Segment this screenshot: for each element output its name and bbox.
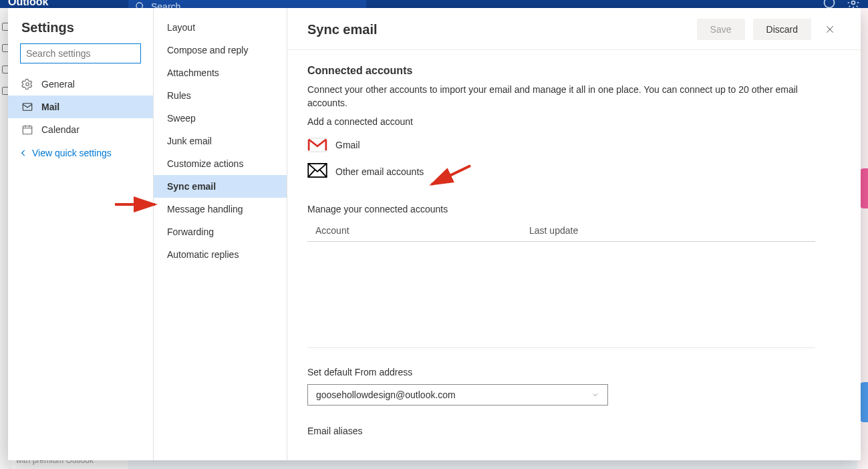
- nav-general[interactable]: General: [8, 73, 153, 96]
- settings-title: Settings: [8, 8, 153, 43]
- submenu-attachments[interactable]: Attachments: [154, 61, 287, 84]
- submenu-compose[interactable]: Compose and reply: [154, 39, 287, 61]
- discard-button[interactable]: Discard: [753, 19, 811, 40]
- calendar-icon: [21, 124, 33, 136]
- settings-content: Sync email Save Discard Connected accoun…: [287, 8, 861, 460]
- submenu-sync-email[interactable]: Sync email: [154, 175, 287, 198]
- nav-label: General: [41, 79, 75, 90]
- submenu-layout[interactable]: Layout: [154, 16, 287, 39]
- col-last-update: Last update: [529, 225, 807, 236]
- add-account-label: Add a connected account: [307, 116, 815, 127]
- back-label: View quick settings: [32, 148, 112, 158]
- submenu-forwarding[interactable]: Forwarding: [154, 220, 287, 243]
- other-email-label: Other email accounts: [335, 166, 424, 177]
- accounts-table-header: Account Last update: [307, 220, 815, 242]
- add-gmail[interactable]: Gmail: [307, 132, 815, 158]
- manage-accounts-label: Manage your connected accounts: [307, 204, 815, 214]
- svg-rect-4: [23, 126, 32, 134]
- save-button[interactable]: Save: [697, 19, 745, 40]
- submenu-auto-replies[interactable]: Automatic replies: [154, 243, 287, 266]
- gmail-icon: [307, 138, 327, 152]
- envelope-icon: [307, 163, 327, 180]
- nav-label: Mail: [41, 102, 59, 112]
- submenu-rules[interactable]: Rules: [154, 84, 287, 107]
- divider: [307, 347, 815, 348]
- nav-mail[interactable]: Mail: [8, 96, 153, 118]
- add-other-email[interactable]: Other email accounts: [307, 158, 815, 185]
- svg-point-1: [852, 1, 855, 5]
- content-header: Sync email Save Discard: [287, 8, 861, 50]
- default-from-dropdown[interactable]: goosehollowdesign@outlook.com: [307, 384, 608, 406]
- default-from-label: Set default From address: [307, 367, 815, 377]
- settings-nav: Settings General Mail Calendar View quic…: [8, 8, 154, 460]
- close-icon: [825, 25, 835, 34]
- accounts-table-empty: [307, 242, 815, 342]
- app-brand: Outlook: [8, 0, 48, 8]
- submenu-junk[interactable]: Junk email: [154, 130, 287, 152]
- svg-rect-3: [23, 104, 32, 111]
- email-aliases-label: Email aliases: [307, 426, 815, 436]
- gear-icon: [21, 78, 33, 90]
- col-account: Account: [315, 225, 529, 236]
- submenu-customize[interactable]: Customize actions: [154, 152, 287, 175]
- gmail-label: Gmail: [335, 140, 360, 150]
- chevron-down-icon: [591, 391, 599, 399]
- submenu-message-handling[interactable]: Message handling: [154, 198, 287, 220]
- dropdown-value: goosehollowdesign@outlook.com: [316, 389, 456, 400]
- chevron-left-icon: [19, 148, 28, 158]
- connected-accounts-title: Connected accounts: [307, 65, 815, 77]
- nav-label: Calendar: [41, 124, 80, 135]
- settings-modal: Settings General Mail Calendar View quic…: [8, 8, 861, 460]
- settings-submenu: Layout Compose and reply Attachments Rul…: [154, 8, 287, 460]
- settings-search[interactable]: [20, 43, 141, 63]
- settings-search-input[interactable]: [26, 48, 143, 59]
- mail-icon: [21, 101, 33, 113]
- nav-calendar[interactable]: Calendar: [8, 118, 153, 141]
- svg-point-2: [26, 83, 29, 86]
- svg-point-0: [825, 0, 835, 8]
- content-title: Sync email: [307, 22, 697, 37]
- submenu-sweep[interactable]: Sweep: [154, 107, 287, 130]
- close-button[interactable]: [819, 19, 841, 40]
- content-scroll[interactable]: Connected accounts Connect your other ac…: [287, 50, 861, 460]
- connected-accounts-desc: Connect your other accounts to import yo…: [307, 84, 815, 110]
- view-quick-settings[interactable]: View quick settings: [8, 141, 153, 165]
